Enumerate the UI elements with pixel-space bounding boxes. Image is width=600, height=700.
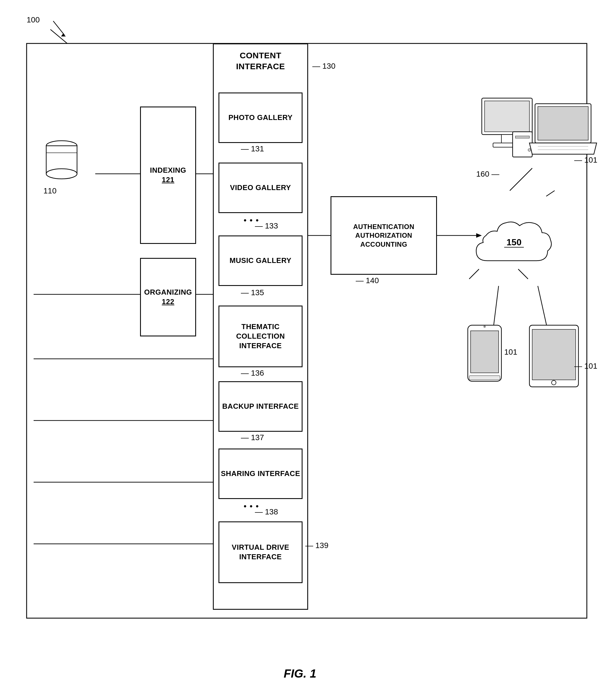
auth-box: AUTHENTICATION AUTHORIZATION ACCOUNTING [331, 196, 437, 275]
svg-rect-39 [471, 331, 499, 373]
organizing-box: ORGANIZING 122 [140, 258, 196, 336]
ref-136-label: — 136 [241, 369, 264, 378]
svg-marker-20 [61, 34, 66, 36]
indexing-ref: 121 [150, 175, 186, 185]
ref-130-label: — 130 [312, 62, 336, 71]
sharing-interface-label: SHARING INTERFACE [221, 469, 300, 478]
sharing-interface-box: SHARING INTERFACE [218, 449, 303, 499]
ref-110-label: 110 [44, 186, 57, 195]
ref-140-label: — 140 [356, 276, 379, 285]
video-gallery-label: VIDEO GALLERY [230, 183, 291, 193]
music-gallery-label: MUSIC GALLERY [230, 256, 292, 266]
backup-interface-box: BACKUP INTERFACE [218, 381, 303, 432]
organizing-ref: 122 [144, 297, 192, 307]
figure-caption: FIG. 1 [0, 667, 600, 680]
svg-line-14 [546, 191, 555, 196]
database-icon [44, 138, 80, 183]
content-interface-header: CONTENT INTERFACE [213, 44, 308, 77]
thematic-collection-label: THEMATIC COLLECTION INTERFACE [219, 322, 302, 350]
tablet-icon [527, 322, 583, 394]
svg-line-19 [53, 21, 64, 35]
ref-101c-label: — 101 [574, 361, 598, 371]
svg-text:150: 150 [506, 237, 521, 247]
virtual-drive-box: VIRTUAL DRIVE INTERFACE [218, 521, 303, 583]
backup-interface-label: BACKUP INTERFACE [222, 402, 298, 411]
thematic-collection-box: THEMATIC COLLECTION INTERFACE [218, 305, 303, 367]
indexing-box: INDEXING 121 [140, 106, 196, 244]
svg-rect-35 [538, 106, 588, 140]
svg-point-23 [46, 169, 77, 179]
ref-139-label: — 139 [305, 541, 329, 550]
virtual-drive-label: VIRTUAL DRIVE INTERFACE [219, 543, 302, 562]
video-gallery-box: VIDEO GALLERY [218, 162, 303, 213]
ref-135-label: — 135 [241, 288, 264, 297]
svg-rect-43 [532, 329, 576, 380]
photo-gallery-label: PHOTO GALLERY [229, 113, 293, 123]
ref-137-label: — 137 [241, 433, 264, 442]
ref-101b-label: 101 [504, 348, 517, 357]
ref-160-label: 160 — [476, 170, 499, 179]
ref-133-label: — 133 [255, 222, 278, 230]
ref-138-label: — 138 [255, 507, 278, 516]
ref-101a-label: — 101 [574, 156, 598, 165]
organizing-label: ORGANIZING [144, 288, 192, 297]
music-gallery-box: MUSIC GALLERY [218, 235, 303, 286]
photo-gallery-box: PHOTO GALLERY [218, 93, 303, 143]
phone-icon [462, 322, 507, 388]
svg-rect-29 [501, 134, 513, 143]
ref-131-label: — 131 [241, 144, 264, 153]
svg-rect-28 [485, 101, 529, 132]
svg-line-13 [510, 168, 532, 191]
svg-point-41 [484, 325, 486, 328]
svg-rect-40 [469, 376, 500, 380]
indexing-label: INDEXING [150, 166, 186, 175]
auth-label: AUTHENTICATION AUTHORIZATION ACCOUNTING [331, 222, 436, 249]
